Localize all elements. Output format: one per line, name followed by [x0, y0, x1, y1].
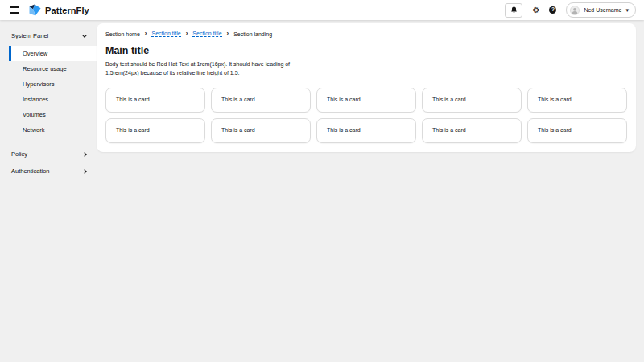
chevron-down-icon [82, 33, 87, 38]
avatar [570, 6, 580, 15]
user-name: Ned Username [584, 7, 621, 13]
sidebar-section-authentication[interactable]: Authentication [0, 162, 97, 179]
sidebar-section-label: Authentication [11, 167, 50, 175]
sidebar-item-hypervisors[interactable]: Hypervisors [9, 76, 97, 92]
card: This is a card [316, 118, 416, 143]
sidebar-item-overview[interactable]: Overview [9, 46, 97, 61]
bell-icon [510, 6, 518, 14]
sidebar-item-instances[interactable]: Instances [9, 92, 97, 107]
breadcrumb: Section home › Section title › Section t… [105, 31, 627, 37]
header-toolbar: ⚙ ? Ned Username ▾ [505, 2, 636, 18]
caret-down-icon: ▾ [625, 7, 629, 13]
card: This is a card [105, 88, 205, 113]
page-title: Main title [105, 45, 627, 56]
sidebar-item-resource-usage[interactable]: Resource usage [9, 61, 97, 76]
chevron-right-icon [82, 152, 87, 157]
sidebar-nav-list: Overview Resource usage Hypervisors Inst… [9, 46, 97, 138]
notifications-button[interactable] [505, 3, 522, 18]
sidebar-section-label: System Panel [11, 32, 48, 39]
sidebar-section-label: Policy [11, 150, 27, 158]
sidebar-item-volumes[interactable]: Volumes [9, 107, 97, 122]
user-menu-button[interactable]: Ned Username ▾ [566, 2, 636, 18]
gear-icon: ⚙ [532, 6, 539, 14]
breadcrumb-separator-icon: › [145, 31, 147, 37]
brand-name: PatternFly [45, 6, 89, 15]
help-button[interactable]: ? [549, 6, 556, 14]
cards-grid: This is a card This is a card This is a … [105, 88, 627, 143]
sidebar: System Panel Overview Resource usage Hyp… [0, 20, 97, 179]
card: This is a card [211, 88, 311, 113]
card: This is a card [316, 88, 416, 113]
settings-button[interactable]: ⚙ [532, 6, 539, 14]
main-content-panel: Section home › Section title › Section t… [97, 23, 636, 152]
breadcrumb-item-section-home: Section home [105, 31, 140, 37]
card: This is a card [211, 118, 311, 143]
card: This is a card [105, 118, 205, 143]
breadcrumb-item-section-landing: Section landing [233, 31, 272, 37]
sidebar-item-network[interactable]: Network [9, 122, 97, 138]
breadcrumb-separator-icon: › [227, 31, 229, 37]
sidebar-section-system-panel[interactable]: System Panel [0, 27, 97, 44]
page-body: System Panel Overview Resource usage Hyp… [0, 20, 644, 362]
patternfly-logo-icon [29, 4, 41, 16]
brand[interactable]: PatternFly [29, 4, 89, 16]
hamburger-icon[interactable] [8, 4, 21, 17]
card: This is a card [422, 118, 522, 143]
breadcrumb-item-section-title-2[interactable]: Section title [192, 31, 221, 37]
masthead: PatternFly ⚙ ? Ned Username ▾ [0, 0, 644, 20]
sidebar-divider [0, 139, 97, 146]
sidebar-section-policy[interactable]: Policy [0, 146, 97, 162]
card: This is a card [527, 88, 627, 113]
breadcrumb-separator-icon: › [186, 31, 188, 37]
breadcrumb-item-section-title-1[interactable]: Section title [151, 31, 180, 37]
chevron-right-icon [82, 169, 87, 174]
question-circle-icon: ? [549, 6, 556, 14]
page-description: Body text should be Red Hat Text at 1rem… [105, 60, 321, 77]
card: This is a card [527, 118, 627, 143]
card: This is a card [422, 88, 522, 113]
